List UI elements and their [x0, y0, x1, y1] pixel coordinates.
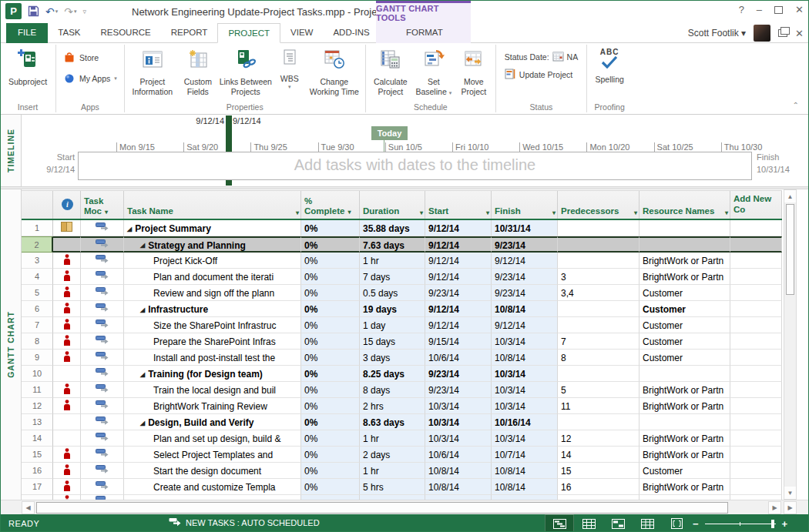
timeline-side-strip[interactable]: TIMELINE — [1, 115, 22, 186]
filter-arrow-icon[interactable]: ▾ — [486, 209, 489, 216]
redo-button[interactable]: ↷▾ — [64, 5, 76, 18]
chart-scroll-right-icon[interactable]: ▶ — [784, 501, 797, 514]
table-row[interactable]: 10◢Training (for Design team)0%8.25 days… — [22, 366, 782, 382]
table-row[interactable]: 7Size the SharePoint Infrastruc0%1 day9/… — [22, 317, 782, 333]
filter-arrow-icon[interactable]: ▾ — [347, 209, 351, 216]
predecessors-cell[interactable]: 11 — [558, 398, 639, 414]
table-row[interactable]: 8Prepare the SharePoint Infras0%15 days9… — [22, 333, 782, 350]
move-project-button[interactable]: Move Project — [455, 45, 493, 97]
new-tasks-mode[interactable]: NEW TASKS : AUTO SCHEDULED — [169, 517, 320, 528]
pct-complete-cell[interactable]: 0% — [301, 366, 360, 382]
header-start[interactable]: Start▾ — [425, 191, 492, 219]
predecessors-cell[interactable] — [558, 414, 639, 430]
indicator-cell[interactable] — [53, 447, 81, 463]
collapse-triangle-icon[interactable]: ◢ — [140, 306, 145, 313]
duration-cell[interactable]: 7.63 days — [360, 236, 425, 253]
duration-cell[interactable]: 1 hr — [360, 463, 425, 479]
zoom-in-button[interactable]: + — [782, 518, 788, 530]
predecessors-cell[interactable]: 15 — [558, 463, 639, 479]
resource-names-cell[interactable]: BrightWork or Partn — [639, 447, 730, 463]
predecessors-cell[interactable]: 7 — [558, 333, 639, 350]
resource-names-cell[interactable]: BrightWork or Partn — [639, 430, 730, 447]
help-icon[interactable]: ? — [739, 4, 744, 15]
indicator-cell[interactable] — [53, 317, 81, 333]
predecessors-cell[interactable]: 5 — [558, 382, 639, 398]
start-cell[interactable]: 9/12/14 — [425, 269, 492, 285]
table-row[interactable]: 2◢Strategy and Planning0%7.63 days9/12/1… — [22, 236, 782, 253]
save-icon[interactable] — [28, 5, 39, 17]
predecessors-cell[interactable]: 8 — [558, 350, 639, 366]
predecessors-cell[interactable]: 16 — [558, 479, 639, 495]
row-number-cell[interactable]: 10 — [22, 366, 53, 382]
zoom-out-button[interactable]: − — [693, 518, 699, 530]
tab-task[interactable]: TASK — [48, 23, 90, 43]
duration-cell[interactable]: 5 hrs — [360, 479, 425, 495]
spelling-button[interactable]: ABC Spelling — [589, 45, 629, 85]
predecessors-cell[interactable] — [558, 253, 639, 269]
add-new-column-cell[interactable] — [730, 414, 782, 430]
add-new-column-cell[interactable] — [730, 269, 782, 285]
add-new-column-cell[interactable] — [730, 479, 782, 495]
pct-complete-cell[interactable]: 0% — [301, 220, 360, 236]
resource-names-cell[interactable]: Customer — [639, 301, 730, 317]
start-cell[interactable]: 10/8/14 — [425, 479, 492, 495]
indicator-cell[interactable] — [53, 382, 81, 398]
resource-names-cell[interactable]: Customer — [639, 317, 730, 333]
close-document-icon[interactable]: ✕ — [795, 28, 804, 39]
task-mode-cell[interactable] — [81, 463, 124, 479]
row-number-cell[interactable]: 6 — [22, 301, 53, 317]
task-mode-cell[interactable] — [81, 253, 124, 269]
start-cell[interactable]: 9/15/14 — [425, 333, 492, 350]
row-number-cell[interactable]: 7 — [22, 317, 53, 333]
table-row[interactable]: 16Start the design document0%1 hr10/8/14… — [22, 463, 782, 479]
header-info[interactable]: i — [53, 191, 81, 219]
duration-cell[interactable]: 3 days — [360, 350, 425, 366]
pct-complete-cell[interactable]: 0% — [301, 253, 360, 269]
add-new-column-cell[interactable] — [730, 253, 782, 269]
my-apps-button[interactable]: My Apps ▾ — [63, 72, 117, 85]
task-mode-cell[interactable] — [81, 269, 124, 285]
start-cell[interactable]: 9/12/14 — [425, 253, 492, 269]
add-new-column-cell[interactable] — [730, 463, 782, 479]
pct-complete-cell[interactable]: 0% — [301, 414, 360, 430]
status-date-field[interactable]: Status Date: NA — [505, 51, 578, 63]
resource-names-cell[interactable]: BrightWork or Partn — [639, 382, 730, 398]
indicator-cell[interactable] — [53, 350, 81, 366]
calculate-project-button[interactable]: Calculate Project — [368, 45, 413, 97]
finish-cell[interactable]: 10/8/14 — [492, 301, 558, 317]
collapse-triangle-icon[interactable]: ◢ — [140, 371, 145, 378]
row-number-cell[interactable]: 4 — [22, 269, 53, 285]
predecessors-cell[interactable] — [558, 317, 639, 333]
add-new-column-cell[interactable] — [730, 382, 782, 398]
add-new-column-cell[interactable] — [730, 301, 782, 317]
horizontal-scrollbar[interactable]: ◀ ▶ ▶ — [1, 500, 808, 514]
pane-splitter[interactable] — [1, 186, 808, 189]
finish-cell[interactable]: 10/16/14 — [492, 414, 558, 430]
start-cell[interactable]: 10/3/14 — [425, 430, 492, 447]
indicator-cell[interactable] — [53, 333, 81, 350]
subproject-button[interactable]: Subproject — [2, 45, 53, 87]
pct-complete-cell[interactable]: 0% — [301, 398, 360, 414]
custom-fields-button[interactable]: Custom Fields — [178, 45, 218, 97]
indicator-cell[interactable] — [53, 398, 81, 414]
pct-complete-cell[interactable]: 0% — [301, 430, 360, 447]
pct-complete-cell[interactable]: 0% — [301, 463, 360, 479]
add-new-column-cell[interactable] — [730, 430, 782, 447]
task-name-cell[interactable]: ◢Project Summary — [124, 220, 301, 236]
row-number-cell[interactable]: 12 — [22, 398, 53, 414]
finish-cell[interactable]: 10/3/14 — [492, 333, 558, 350]
task-mode-cell[interactable] — [81, 398, 124, 414]
finish-cell[interactable]: 10/3/14 — [492, 366, 558, 382]
table-row[interactable]: 17Create and customize Templa0%5 hrs10/8… — [22, 479, 782, 495]
task-name-cell[interactable]: Prepare the SharePoint Infras — [124, 333, 301, 350]
add-new-column-cell[interactable] — [730, 236, 782, 253]
indicator-cell[interactable] — [53, 430, 81, 447]
wbs-button[interactable]: WBS ▾ — [274, 45, 306, 90]
task-mode-cell[interactable] — [81, 430, 124, 447]
redo-dropdown-icon[interactable]: ▾ — [74, 8, 77, 15]
minimize-button[interactable]: – — [757, 4, 762, 15]
predecessors-cell[interactable] — [558, 366, 639, 382]
team-planner-view-button[interactable] — [603, 514, 633, 532]
predecessors-cell[interactable] — [558, 220, 639, 236]
indicator-cell[interactable] — [53, 236, 81, 253]
